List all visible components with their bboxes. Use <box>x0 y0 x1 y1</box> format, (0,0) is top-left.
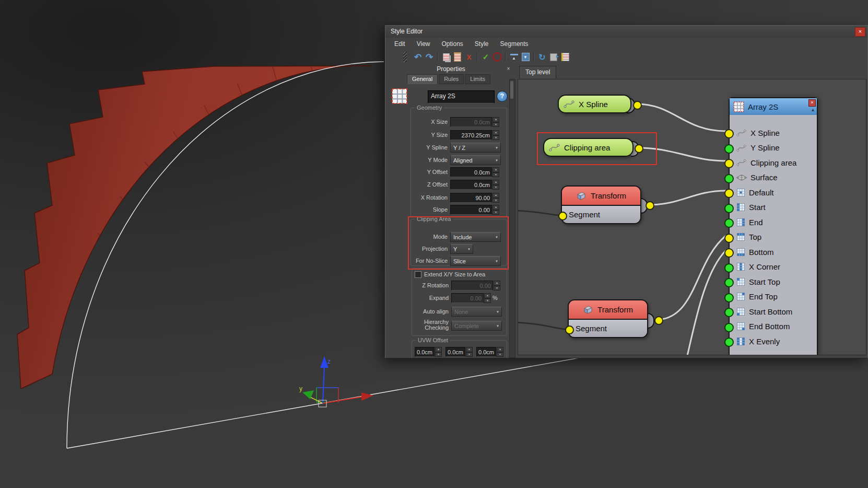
array-slot-pin-start-bottom[interactable] <box>724 308 734 317</box>
delete-icon[interactable]: X <box>463 51 475 63</box>
tab-top-level[interactable]: Top level <box>519 66 556 78</box>
array-slot-pin-x-spline[interactable] <box>724 129 734 138</box>
extend-size-checkbox-row[interactable]: Extend X/Y Size to Area <box>415 270 485 278</box>
node-x-spline[interactable]: X Spline <box>558 95 631 113</box>
transform2-output-pin[interactable] <box>654 316 663 325</box>
node-array-2s[interactable]: Array 2S × ▲ X SplineY SplineClipping ar… <box>729 97 818 355</box>
properties-scrollbar[interactable] <box>509 79 515 358</box>
toolbar-drag-handle[interactable] <box>403 52 407 62</box>
dropdown-y-mode[interactable]: Aligned <box>450 155 501 165</box>
menu-view[interactable]: View <box>411 39 436 49</box>
dropdown-for-no-slice[interactable]: Slice <box>450 256 501 266</box>
array-slot-pin-clipping-area[interactable] <box>724 159 734 168</box>
array-slot-surface[interactable]: Surface <box>730 170 817 185</box>
array-slot-x-corner[interactable]: X Corner <box>730 260 817 274</box>
window-titlebar[interactable]: Style Editor × <box>385 26 867 38</box>
uvw-up-2[interactable]: ▲ <box>497 347 503 352</box>
uvw-value-1[interactable]: 0.0cm <box>445 347 465 357</box>
menu-segments[interactable]: Segments <box>495 39 534 49</box>
array-slot-start-top[interactable]: Start Top <box>730 274 817 289</box>
array-slot-bottom[interactable]: Bottom <box>730 245 817 259</box>
uvw-down-0[interactable]: ▼ <box>435 352 442 357</box>
spinner-value-z-rotation[interactable]: 0.00 <box>451 281 493 291</box>
spinner-value-slope[interactable]: 0.00 <box>450 205 492 215</box>
dropdown-y-spline[interactable]: Y / Z <box>450 143 501 153</box>
array-slot-pin-start-top[interactable] <box>724 278 734 287</box>
array-slot-pin-default[interactable] <box>724 189 734 198</box>
properties-close-button[interactable]: × <box>505 66 512 73</box>
array-slot-pin-end-top[interactable] <box>724 293 734 303</box>
spinner-value-x-size[interactable]: 0.0cm <box>450 117 492 127</box>
array-slot-end[interactable]: End <box>730 215 817 229</box>
spinner-down-expand[interactable]: ▼ <box>484 298 491 304</box>
array-slot-pin-start[interactable] <box>724 204 734 213</box>
array-slot-start[interactable]: Start <box>730 200 817 215</box>
spinner-value-expand[interactable]: 0.00 <box>451 293 484 303</box>
uvw-up-0[interactable]: ▲ <box>435 347 442 352</box>
dropdown-auto-align[interactable]: None <box>451 307 502 317</box>
spinner-up-slope[interactable]: ▲ <box>492 205 499 210</box>
node-clipping-area[interactable]: Clipping area <box>543 138 634 157</box>
array-node-header[interactable]: Array 2S × ▲ <box>730 98 817 115</box>
array-slot-clipping-area[interactable]: Clipping area <box>730 155 817 170</box>
spinner-value-y-offset[interactable]: 0.0cm <box>450 167 492 177</box>
array-slot-pin-y-spline[interactable] <box>724 144 734 154</box>
spinner-down-x-size[interactable]: ▼ <box>492 122 499 127</box>
spinner-down-y-size[interactable]: ▼ <box>492 135 499 141</box>
tab-general[interactable]: General <box>407 74 438 84</box>
redo-icon[interactable]: ↷ <box>424 51 435 63</box>
undo-icon[interactable]: ↶ <box>412 51 424 63</box>
properties-scrollbar-handle[interactable] <box>510 81 513 99</box>
sendtop-icon[interactable]: ▲ <box>508 51 520 63</box>
spinner-up-expand[interactable]: ▲ <box>484 293 491 298</box>
disable-icon[interactable] <box>491 51 503 63</box>
spinner-up-y-offset[interactable]: ▲ <box>492 167 499 172</box>
array-slot-pin-end-bottom[interactable] <box>724 323 734 332</box>
xspline-output-pin[interactable] <box>633 101 642 110</box>
spinner-up-x-size[interactable]: ▲ <box>492 117 499 122</box>
array-slot-start-bottom[interactable]: Start Bottom <box>730 304 817 319</box>
node-canvas[interactable]: X Spline Clipping area Transform Segment <box>518 79 866 355</box>
sendbottom-icon[interactable]: ▼ <box>520 51 531 63</box>
array-slot-pin-bottom[interactable] <box>724 248 734 258</box>
array-slot-pin-end[interactable] <box>724 218 734 228</box>
help-button[interactable]: ? <box>497 91 508 102</box>
node-transform-1[interactable]: Transform Segment <box>561 185 641 224</box>
array-slot-end-bottom[interactable]: End Bottom <box>730 319 817 334</box>
spinner-value-y-size[interactable]: 2370.25cm <box>450 130 492 140</box>
array-slot-pin-x-corner[interactable] <box>724 263 734 273</box>
transform2-input-pin[interactable] <box>565 326 574 334</box>
spinner-down-y-offset[interactable]: ▼ <box>492 172 499 178</box>
window-close-button[interactable]: × <box>855 27 865 37</box>
spinner-down-slope[interactable]: ▼ <box>492 210 499 215</box>
segment-row[interactable]: Segment <box>569 320 647 337</box>
node-name-input[interactable]: Array 2S <box>428 90 495 103</box>
notes-icon[interactable] <box>559 51 571 63</box>
menu-edit[interactable]: Edit <box>389 39 411 49</box>
spinner-up-y-size[interactable]: ▲ <box>492 130 499 135</box>
extend-size-checkbox[interactable] <box>415 271 421 278</box>
array-node-close-button[interactable]: × <box>808 99 816 107</box>
copy-icon[interactable] <box>440 51 452 63</box>
array-slot-x-evenly[interactable]: X Evenly <box>730 334 817 348</box>
uvw-down-2[interactable]: ▼ <box>497 352 503 357</box>
uvw-down-1[interactable]: ▼ <box>466 352 473 357</box>
spinner-up-z-rotation[interactable]: ▲ <box>494 281 500 286</box>
array-slot-default[interactable]: Default <box>730 185 817 200</box>
tab-rules[interactable]: Rules <box>439 74 464 84</box>
uvw-value-2[interactable]: 0.0cm <box>476 347 496 357</box>
spinner-up-x-rotation[interactable]: ▲ <box>492 193 499 198</box>
transform1-output-pin[interactable] <box>646 201 654 210</box>
transform1-input-pin[interactable] <box>558 212 567 220</box>
transform-header[interactable]: Transform <box>569 300 647 320</box>
uvw-value-0[interactable]: 0.0cm <box>415 347 435 357</box>
spinner-down-z-offset[interactable]: ▼ <box>492 185 499 190</box>
menu-style[interactable]: Style <box>469 39 495 49</box>
array-slot-pin-surface[interactable] <box>724 174 734 183</box>
spinner-value-x-rotation[interactable]: 90.00 <box>450 193 492 203</box>
refresh-icon[interactable]: ↻ <box>536 51 548 63</box>
spinner-up-z-offset[interactable]: ▲ <box>492 180 499 185</box>
dropdown-hierarchy-checking[interactable]: Complete <box>451 321 502 331</box>
array-slot-x-spline[interactable]: X Spline <box>730 125 817 140</box>
tab-limits[interactable]: Limits <box>465 74 490 84</box>
